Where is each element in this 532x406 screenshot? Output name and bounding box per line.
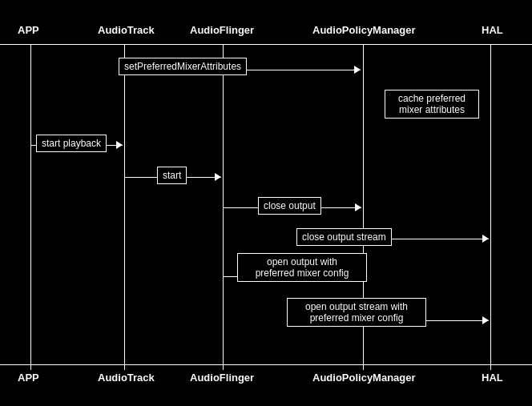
arrowhead-start — [215, 173, 221, 181]
lane-label-audiotrack-top: AudioTrack — [95, 22, 158, 38]
message-start-playback: start playback — [36, 135, 107, 152]
message-set-preferred-mixer: setPreferredMixerAttributes — [119, 58, 247, 75]
lane-label-audiopolicymanager-bottom: AudioPolicyManager — [309, 370, 419, 385]
message-close-output-stream: close output stream — [296, 228, 392, 246]
lifeline-audiotrack — [124, 44, 125, 370]
message-open-output-preferred: open output withpreferred mixer config — [237, 253, 367, 282]
lane-label-audioflinger-bottom: AudioFlinger — [187, 370, 257, 385]
message-start: start — [157, 167, 187, 184]
lane-label-app-top: APP — [14, 22, 42, 38]
lane-label-hal-top: HAL — [478, 22, 506, 38]
lane-label-app-bottom: APP — [14, 370, 42, 385]
divider-bottom — [0, 364, 532, 365]
lane-label-audioflinger-top: AudioFlinger — [187, 22, 257, 38]
message-cache-preferred: cache preferredmixer attributes — [385, 90, 479, 119]
message-close-output: close output — [258, 197, 321, 215]
message-open-output-stream-preferred: open output stream withpreferred mixer c… — [287, 298, 426, 327]
lane-label-hal-bottom: HAL — [478, 370, 506, 385]
arrowhead-set-preferred — [354, 66, 361, 74]
arrowhead-start-playback — [116, 141, 123, 149]
arrowhead-close-output — [355, 203, 361, 211]
arrowhead-open-output-stream-preferred — [482, 316, 489, 324]
lifeline-hal — [490, 44, 491, 370]
divider-top — [0, 44, 532, 45]
lane-label-audiopolicymanager-top: AudioPolicyManager — [309, 22, 419, 38]
arrowhead-close-output-stream — [482, 235, 489, 243]
lifeline-app — [30, 44, 31, 370]
lane-label-audiotrack-bottom: AudioTrack — [95, 370, 158, 385]
